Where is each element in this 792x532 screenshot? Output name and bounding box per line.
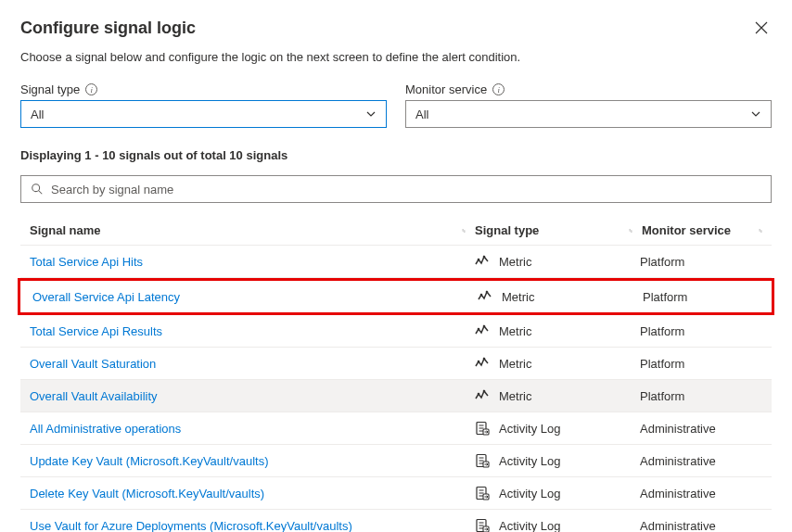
signal-link[interactable]: Update Key Vault (Microsoft.KeyVault/vau… (30, 454, 268, 468)
table-body: Total Service Api HitsMetricPlatformOver… (20, 246, 772, 532)
signal-type-text: Activity Log (499, 487, 560, 500)
signal-type-cell: Metric (475, 388, 640, 403)
monitor-service-label-text: Monitor service (405, 82, 487, 96)
signal-type-text: Metric (502, 290, 534, 304)
monitor-service-cell: Platform (640, 324, 772, 338)
signal-type-label: Signal type i (20, 82, 387, 96)
signal-type-filter: Signal type i All (20, 82, 387, 128)
chevron-down-icon (750, 108, 761, 120)
signal-type-cell: Activity Log (475, 486, 640, 500)
description-text: Choose a signal below and configure the … (20, 50, 772, 64)
signal-type-text: Activity Log (499, 519, 560, 533)
signal-name-cell: Update Key Vault (Microsoft.KeyVault/vau… (20, 454, 475, 468)
activity-log-icon (475, 486, 490, 500)
signal-type-cell: Activity Log (475, 518, 640, 532)
svg-point-1 (478, 259, 480, 261)
monitor-service-filter: Monitor service i All (405, 82, 772, 128)
svg-point-0 (32, 184, 40, 192)
signal-link[interactable]: Total Service Api Results (30, 324, 162, 338)
search-input[interactable] (51, 183, 761, 196)
col-header-signal-name[interactable]: Signal name (20, 223, 475, 237)
filter-row: Signal type i All Monitor service i All (20, 82, 772, 128)
table-row[interactable]: Delete Key Vault (Microsoft.KeyVault/vau… (20, 477, 772, 510)
signal-type-text: Metric (499, 357, 531, 371)
signal-link[interactable]: Overall Vault Saturation (30, 357, 156, 371)
info-icon[interactable]: i (85, 83, 97, 95)
svg-point-4 (486, 291, 489, 294)
monitor-service-cell: Platform (640, 357, 772, 371)
signal-link[interactable]: Overall Vault Availability (30, 389, 158, 403)
close-icon (755, 21, 768, 34)
monitor-service-text: Platform (640, 255, 684, 269)
signal-link[interactable]: Total Service Api Hits (30, 255, 143, 269)
monitor-service-text: Administrative (640, 422, 716, 436)
panel-header: Configure signal logic (20, 19, 772, 39)
signal-link[interactable]: Overall Service Api Latency (32, 290, 180, 304)
signal-name-cell: Use Vault for Azure Deployments (Microso… (20, 519, 475, 533)
metric-icon (478, 289, 492, 304)
signal-link[interactable]: All Administrative operations (30, 422, 181, 436)
signal-type-cell: Activity Log (475, 421, 640, 436)
monitor-service-cell: Administrative (640, 487, 772, 500)
monitor-service-cell: Platform (640, 255, 772, 269)
table-header: Signal name Signal type Monitor service (20, 216, 772, 246)
activity-log-icon (475, 518, 490, 532)
monitor-service-text: Platform (640, 324, 684, 338)
monitor-service-text: Platform (643, 290, 687, 304)
search-box[interactable] (20, 175, 772, 203)
monitor-service-text: Administrative (640, 519, 716, 533)
signal-name-cell: Total Service Api Hits (20, 255, 475, 269)
svg-point-5 (478, 328, 480, 331)
table-row[interactable]: Total Service Api ResultsMetricPlatform (20, 315, 772, 348)
svg-point-7 (478, 361, 480, 363)
svg-point-8 (483, 358, 486, 361)
svg-point-10 (483, 390, 486, 393)
metric-icon (475, 388, 490, 403)
table-row[interactable]: Total Service Api HitsMetricPlatform (20, 246, 772, 278)
signal-type-text: Metric (499, 324, 531, 338)
signal-type-cell: Activity Log (475, 453, 640, 468)
signal-link[interactable]: Use Vault for Azure Deployments (Microso… (30, 519, 352, 533)
signal-type-text: Metric (499, 389, 531, 403)
table-row[interactable]: Overall Vault SaturationMetricPlatform (20, 348, 772, 380)
signal-type-label-text: Signal type (20, 82, 80, 96)
signal-type-cell: Metric (475, 323, 640, 338)
table-row[interactable]: Update Key Vault (Microsoft.KeyVault/vau… (20, 445, 772, 477)
monitor-service-cell: Administrative (640, 519, 772, 533)
signal-link[interactable]: Delete Key Vault (Microsoft.KeyVault/vau… (30, 487, 264, 500)
page-title: Configure signal logic (20, 19, 196, 38)
table-row[interactable]: All Administrative operationsActivity Lo… (20, 412, 772, 445)
svg-point-9 (478, 393, 480, 396)
table-row[interactable]: Overall Vault AvailabilityMetricPlatform (20, 380, 772, 412)
monitor-service-cell: Administrative (640, 422, 772, 436)
metric-icon (475, 323, 490, 338)
monitor-service-text: Administrative (640, 454, 716, 468)
signal-type-value: All (31, 108, 44, 121)
svg-point-2 (483, 256, 486, 259)
signal-type-select[interactable]: All (20, 100, 387, 128)
monitor-service-cell: Platform (640, 389, 772, 403)
signal-name-cell: Overall Vault Saturation (20, 357, 475, 371)
signal-name-cell: Overall Service Api Latency (23, 290, 478, 304)
table-row[interactable]: Overall Service Api LatencyMetricPlatfor… (18, 278, 774, 315)
info-icon[interactable]: i (492, 83, 505, 95)
chevron-down-icon (365, 108, 377, 120)
monitor-service-text: Platform (640, 357, 684, 371)
table-row[interactable]: Use Vault for Azure Deployments (Microso… (20, 510, 772, 532)
monitor-service-value: All (415, 108, 428, 121)
monitor-service-select[interactable]: All (405, 100, 772, 128)
signal-type-text: Activity Log (499, 422, 560, 436)
svg-point-3 (480, 294, 483, 297)
activity-log-icon (475, 421, 490, 436)
monitor-service-text: Platform (640, 389, 684, 403)
col-header-monitor-service[interactable]: Monitor service (642, 223, 772, 237)
col-header-signal-type[interactable]: Signal type (475, 223, 642, 237)
metric-icon (475, 254, 490, 269)
results-count: Displaying 1 - 10 signals out of total 1… (20, 148, 772, 162)
signal-name-cell: All Administrative operations (20, 422, 475, 436)
close-button[interactable] (751, 19, 772, 39)
search-icon (31, 183, 44, 196)
monitor-service-label: Monitor service i (405, 82, 772, 96)
signal-name-cell: Total Service Api Results (20, 324, 475, 338)
signals-table: Signal name Signal type Monitor service … (20, 216, 772, 532)
